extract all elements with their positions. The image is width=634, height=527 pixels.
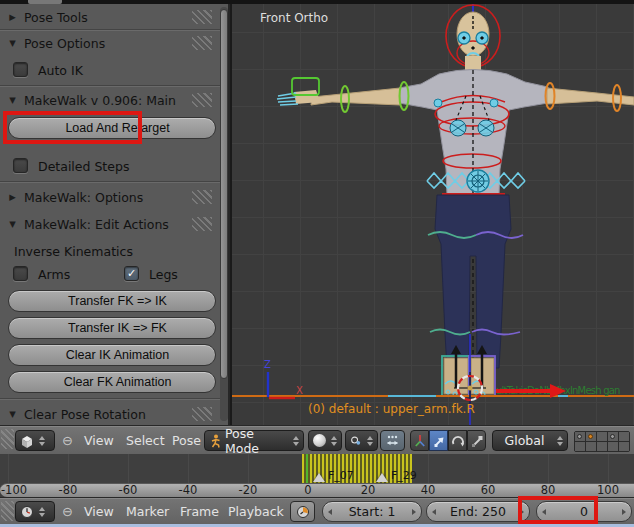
dropdown-stepper-icon: [293, 436, 299, 446]
triangle-down-icon: ▼: [7, 38, 18, 48]
ruler-tick: -40: [179, 484, 198, 497]
panel-makewalk-main[interactable]: ▼ MakeWalk v 0.906: Main: [0, 89, 220, 111]
checkbox-arms[interactable]: [13, 266, 28, 281]
corner-resize-grip[interactable]: [1, 429, 14, 449]
marker-label[interactable]: F_29: [391, 469, 417, 482]
panel-pose-options[interactable]: ▼ Pose Options: [0, 32, 220, 54]
checkbox-auto-ik[interactable]: [13, 62, 28, 77]
pivot-icon: [350, 434, 362, 447]
pivot-point-dropdown[interactable]: [345, 430, 378, 451]
triangle-down-icon: ▼: [7, 95, 18, 105]
arms-label: Arms: [38, 267, 70, 282]
start-frame-field[interactable]: Start: 1: [322, 501, 422, 522]
manipulator-translate-button[interactable]: [429, 430, 448, 451]
panel-makewalk-edit-actions[interactable]: ▼ MakeWalk: Edit Actions: [0, 213, 220, 235]
layer-cell[interactable]: [575, 442, 585, 451]
scrollbar-thumb[interactable]: [220, 9, 228, 379]
marker-label[interactable]: F_07: [328, 469, 354, 482]
menu-frame[interactable]: Frame: [180, 498, 219, 524]
scale-icon: [470, 434, 484, 448]
panel-pose-options-label: Pose Options: [24, 36, 105, 51]
menu-select[interactable]: Select: [126, 426, 165, 454]
detailed-steps-label: Detailed Steps: [38, 159, 129, 174]
mini-axis-indicator: Z X: [264, 359, 303, 398]
triangle-right-icon: ▶: [7, 12, 18, 22]
stepper-right-arrow[interactable]: [412, 509, 416, 515]
panel-resize-grip[interactable]: [192, 36, 212, 50]
clock-toggle-icon: [296, 505, 310, 519]
menu-pose[interactable]: Pose: [172, 426, 201, 454]
layer-cell[interactable]: [586, 442, 596, 451]
annotation-box-load-and-retarget: [3, 111, 142, 144]
time-display-toggle-button[interactable]: [290, 501, 315, 522]
viewport-shading-dropdown[interactable]: [308, 430, 342, 451]
end-frame-field[interactable]: End: 250: [426, 501, 530, 522]
current-frame-indicator[interactable]: [306, 454, 308, 483]
panel-resize-grip[interactable]: [192, 407, 212, 421]
marker-triangle[interactable]: [313, 473, 325, 482]
clear-fk-animation-button[interactable]: Clear FK Animation: [8, 371, 216, 393]
collapse-menus-icon[interactable]: ⊖: [62, 498, 73, 524]
collapse-menus-icon[interactable]: ⊖: [62, 426, 73, 454]
timeline-editor[interactable]: F_07 F_29 -100 -80 -60 -40 -20 0 20 40 6…: [0, 454, 634, 497]
shoulder-dot-right[interactable]: [490, 99, 498, 107]
sidebar-scrollbar[interactable]: [220, 7, 228, 421]
character-model[interactable]: ultTakisDaNbMhxInMesh gan Z X: [232, 4, 634, 425]
layer-cell[interactable]: [597, 442, 607, 451]
inverse-kinematics-label: Inverse Kinematics: [14, 244, 133, 259]
menu-view[interactable]: View: [84, 426, 114, 454]
panel-resize-grip[interactable]: [192, 190, 212, 204]
checkbox-detailed-steps[interactable]: [13, 158, 28, 173]
ruler-tick: 60: [481, 484, 496, 497]
shading-sphere-icon: [313, 434, 326, 447]
orientation-dropdown[interactable]: Global: [492, 430, 568, 451]
layer-cell[interactable]: [597, 432, 607, 441]
layer-buttons-group-1[interactable]: [574, 431, 630, 452]
transfer-ik-to-fk-button[interactable]: Transfer IK => FK: [8, 317, 216, 339]
z-axis-label: Z: [264, 359, 271, 370]
panel-pose-tools[interactable]: ▶ Pose Tools: [0, 6, 220, 28]
editor-type-dropdown[interactable]: [15, 430, 55, 451]
stepper-right-arrow[interactable]: [622, 509, 626, 515]
dropdown-stepper-icon: [39, 507, 45, 517]
ruler-tick: 0: [304, 484, 311, 497]
panel-resize-grip[interactable]: [192, 93, 212, 107]
timeline-body[interactable]: F_07 F_29: [0, 454, 634, 483]
shoulder-dot-left[interactable]: [434, 99, 442, 107]
panel-clear-pose-rotation[interactable]: ▼ Clear Pose Rotation: [0, 403, 220, 425]
mode-dropdown[interactable]: Pose Mode: [204, 430, 304, 451]
layer-cell[interactable]: [575, 432, 585, 441]
editor-type-dropdown-timeline[interactable]: [15, 501, 55, 522]
manipulator-toggle-button[interactable]: [380, 430, 405, 451]
menu-view-timeline[interactable]: View: [84, 498, 114, 524]
menu-playback[interactable]: Playback: [228, 498, 284, 524]
3d-viewport-icon: [20, 434, 34, 448]
ruler-tick: -80: [59, 484, 78, 497]
triangle-right-icon: ▶: [7, 192, 18, 202]
triangle-down-icon: ▼: [7, 219, 18, 229]
layer-cell-active[interactable]: [586, 432, 596, 441]
panel-separator: [0, 85, 220, 87]
menu-marker[interactable]: Marker: [126, 498, 169, 524]
start-frame-value: Start: 1: [332, 504, 412, 519]
panel-makewalk-options[interactable]: ▶ MakeWalk: Options: [0, 186, 220, 208]
layer-cell[interactable]: [619, 432, 629, 441]
manipulator-rotate-button[interactable]: [448, 430, 467, 451]
marker-triangle[interactable]: [376, 473, 388, 482]
3d-viewport[interactable]: Front Ortho: [232, 4, 634, 425]
manipulator-axis-button[interactable]: [410, 430, 429, 451]
manipulator-scale-button[interactable]: [467, 430, 486, 451]
layer-cell[interactable]: [608, 442, 618, 451]
panel-makewalk-options-label: MakeWalk: Options: [24, 190, 143, 205]
timeline-ruler[interactable]: -100 -80 -60 -40 -20 0 20 40 60 80 100: [0, 483, 634, 497]
corner-resize-grip[interactable]: [1, 501, 14, 521]
panel-resize-grip[interactable]: [192, 10, 212, 24]
clear-ik-animation-button[interactable]: Clear IK Animation: [8, 344, 216, 366]
clock-icon: [20, 505, 34, 519]
layer-cell[interactable]: [619, 442, 629, 451]
checkbox-legs[interactable]: ✓: [124, 266, 139, 281]
panel-resize-grip[interactable]: [192, 217, 212, 231]
legs-label: Legs: [149, 267, 178, 282]
layer-cell[interactable]: [608, 432, 618, 441]
transfer-fk-to-ik-button[interactable]: Transfer FK => IK: [8, 290, 216, 312]
